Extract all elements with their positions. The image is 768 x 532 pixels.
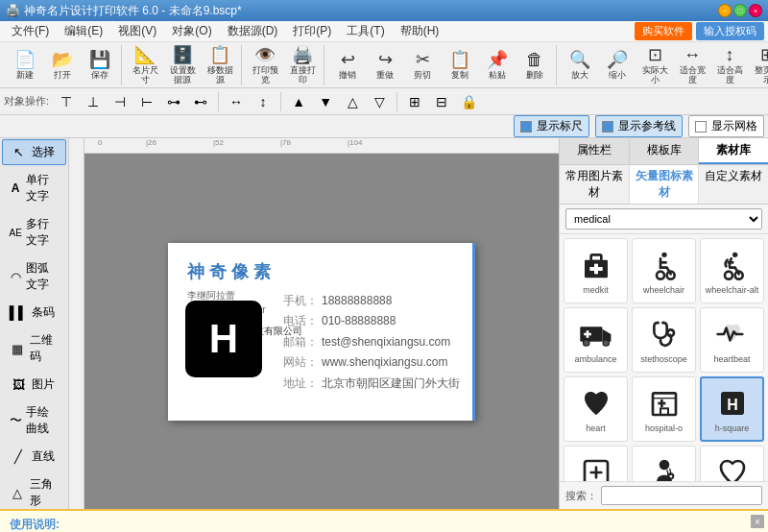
close-button[interactable]: × <box>749 4 762 17</box>
panel-bottom-search: 搜索： <box>560 481 768 509</box>
undo-button[interactable]: ↩ 撤销 <box>329 45 366 85</box>
auth-button[interactable]: 输入授权码 <box>696 22 764 40</box>
business-card[interactable]: 神 奇 像 素 李继阿拉蕾 Marketing Director 北京神传像素科… <box>168 243 475 421</box>
subtab-common[interactable]: 常用图片素材 <box>560 165 630 204</box>
subtab-custom[interactable]: 自定义素材 <box>699 165 768 204</box>
icon-item-hospital-o[interactable]: hospital-o <box>632 376 696 442</box>
icon-item-heartbeat[interactable]: heartbeat <box>700 307 764 373</box>
menu-object[interactable]: 对象(O) <box>164 21 219 41</box>
tool-triangle[interactable]: △ 三角形 <box>2 472 66 514</box>
wheelchair-alt-icon <box>715 248 750 282</box>
tab-assets[interactable]: 素材库 <box>699 138 768 164</box>
delete-button[interactable]: 🗑 删除 <box>516 45 553 85</box>
category-select[interactable]: medical <box>565 208 762 230</box>
icon-item-heart-o[interactable]: heart-o <box>700 446 764 481</box>
zoom-in-button[interactable]: 🔍 放大 <box>562 45 598 85</box>
new-button[interactable]: 📄 新建 <box>7 45 43 85</box>
main-area: ↖ 选择 A 单行文字 AE 多行文字 ◠ 图弧文字 ▌▌ 条码 ▦ 二维码 🖼… <box>0 138 768 509</box>
subtab-custom-label: 自定义素材 <box>705 169 762 182</box>
save-button[interactable]: 💾 保存 <box>82 45 118 85</box>
center-h-button[interactable]: ⊶ <box>162 91 185 112</box>
menu-file[interactable]: 文件(F) <box>4 21 57 41</box>
align-bottom-button[interactable]: ⊥ <box>82 91 105 112</box>
icon-item-wheelchair[interactable]: wheelchair <box>632 238 696 303</box>
image-label: 图片 <box>32 376 55 393</box>
lock-button[interactable]: 🔒 <box>457 91 480 112</box>
distribute-h-button[interactable]: ↔ <box>225 91 248 112</box>
tab-properties[interactable]: 属性栏 <box>560 138 630 164</box>
send-backward-button[interactable]: ▽ <box>368 91 391 112</box>
ungroup-button[interactable]: ⊟ <box>430 91 453 112</box>
tool-single-text[interactable]: A 单行文字 <box>2 167 66 209</box>
bottom-info: 使用说明: 1、左侧对象栏中选择一个工具，即可添加一个元素到画布区； 2、画面中… <box>0 509 768 532</box>
print-preview-button[interactable]: 👁️ 打印预览 <box>247 45 283 85</box>
tool-curve[interactable]: 〜 手绘曲线 <box>2 399 66 442</box>
tool-line[interactable]: ╱ 直线 <box>2 444 66 470</box>
show-guides-button[interactable]: 显示参考线 <box>595 115 683 137</box>
menu-datasource[interactable]: 数据源(D) <box>220 21 286 41</box>
tool-image[interactable]: 🖼 图片 <box>2 372 66 398</box>
open-button[interactable]: 📂 打开 <box>44 45 81 85</box>
show-grid-button[interactable]: 显示网格 <box>688 115 764 137</box>
set-datasource-button[interactable]: 🗄️ 设置数据源 <box>164 45 201 85</box>
minimize-button[interactable]: − <box>718 4 732 17</box>
cut-button[interactable]: ✂ 剪切 <box>404 45 441 85</box>
ambulance-icon <box>579 317 613 351</box>
fit-width-button[interactable]: ↔ 适合宽度 <box>674 45 710 85</box>
menu-tools[interactable]: 工具(T) <box>339 21 392 41</box>
svg-rect-15 <box>584 333 591 336</box>
icon-item-h-square[interactable]: H h-square <box>700 376 764 442</box>
center-v-button[interactable]: ⊷ <box>189 91 212 112</box>
single-text-icon: A <box>9 181 22 195</box>
send-back-button[interactable]: ▼ <box>314 91 337 112</box>
icon-item-plus-square[interactable]: plus-square <box>564 446 628 481</box>
maximize-button[interactable]: □ <box>733 4 747 17</box>
redo-button[interactable]: ↪ 重做 <box>367 45 403 85</box>
icon-item-medkit[interactable]: medkit <box>564 238 628 303</box>
h-square-label: h-square <box>715 423 750 434</box>
align-right-button[interactable]: ⊢ <box>135 91 158 112</box>
svg-point-18 <box>661 321 664 324</box>
tab-templates[interactable]: 模板库 <box>630 138 700 164</box>
subtab-vector[interactable]: 矢量图标素材 <box>630 165 700 204</box>
align-left-button[interactable]: ⊣ <box>108 91 132 112</box>
show-ruler-button[interactable]: 显示标尺 <box>514 115 589 137</box>
canvas-background[interactable]: 神 奇 像 素 李继阿拉蕾 Marketing Director 北京神传像素科… <box>84 154 559 509</box>
menu-view[interactable]: 视图(V) <box>110 21 164 41</box>
plus-square-icon <box>579 455 613 481</box>
icon-item-wheelchair-alt[interactable]: wheelchair-alt <box>700 238 764 303</box>
distribute-v-button[interactable]: ↕ <box>252 91 275 112</box>
ruler-label: 显示标尺 <box>537 118 583 134</box>
group-button[interactable]: ⊞ <box>403 91 426 112</box>
paste-button[interactable]: 📌 粘贴 <box>479 45 516 85</box>
bring-front-button[interactable]: ▲ <box>287 91 310 112</box>
actual-size-button[interactable]: ⊡ 实际大小 <box>636 45 673 85</box>
menu-help[interactable]: 帮助(H) <box>393 21 447 41</box>
full-page-button[interactable]: ⊞ 整页显示 <box>749 45 768 85</box>
icon-item-stethoscope[interactable]: stethoscope <box>632 307 696 373</box>
icon-item-heart[interactable]: heart <box>564 376 628 442</box>
tool-barcode[interactable]: ▌▌ 条码 <box>2 300 66 326</box>
icon-item-ambulance[interactable]: ambulance <box>564 307 628 373</box>
barcode-label: 条码 <box>32 304 55 321</box>
zoom-out-button[interactable]: 🔎 缩小 <box>599 45 636 85</box>
bring-forward-button[interactable]: △ <box>341 91 364 112</box>
purchase-button[interactable]: 购买软件 <box>635 22 692 40</box>
tool-arc-text[interactable]: ◠ 图弧文字 <box>2 255 66 298</box>
fit-height-button[interactable]: ↕ 适合高度 <box>711 45 748 85</box>
card-size-button[interactable]: 📐 名片尺寸 <box>127 45 163 85</box>
menu-edit[interactable]: 编辑(E) <box>57 21 110 41</box>
tool-sidebar: ↖ 选择 A 单行文字 AE 多行文字 ◠ 图弧文字 ▌▌ 条码 ▦ 二维码 🖼… <box>0 138 69 509</box>
tool-qrcode[interactable]: ▦ 二维码 <box>2 327 66 370</box>
direct-print-button[interactable]: 🖨️ 直接打印 <box>284 45 321 85</box>
copy-button[interactable]: 📋 复制 <box>442 45 478 85</box>
info-close-button[interactable]: × <box>751 515 764 528</box>
tool-multi-text[interactable]: AE 多行文字 <box>2 211 66 254</box>
align-top-button[interactable]: ⊤ <box>55 91 78 112</box>
search-input[interactable] <box>601 486 762 505</box>
move-datasource-button[interactable]: 📋 移数据源 <box>202 45 238 85</box>
icon-item-user-md[interactable]: user-md <box>632 446 696 481</box>
fit-width-icon: ↔ <box>684 45 701 65</box>
tool-select[interactable]: ↖ 选择 <box>2 139 66 165</box>
menu-print[interactable]: 打印(P) <box>285 21 339 41</box>
